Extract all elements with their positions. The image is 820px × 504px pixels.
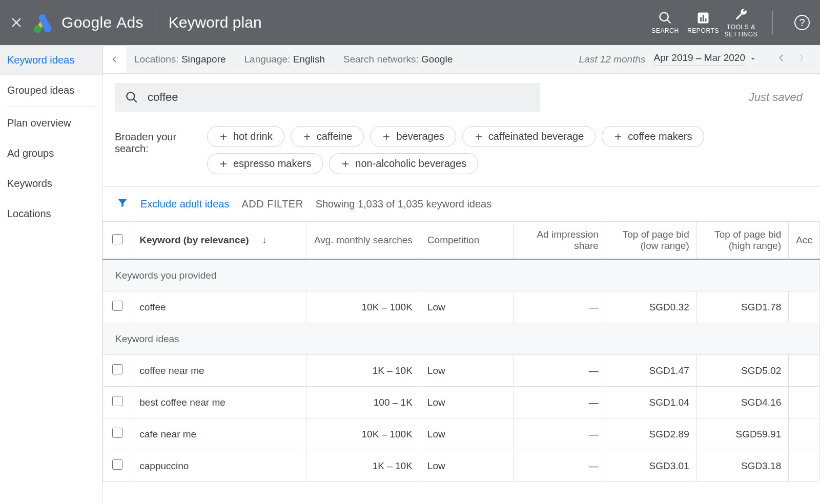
chevron-right-icon xyxy=(796,53,806,62)
plus-icon xyxy=(219,159,228,169)
sidebar-item-keywords[interactable]: Keywords xyxy=(0,169,102,199)
cell-bid-low: SGD1.04 xyxy=(606,387,696,418)
keywords-table: Keyword (by relevance)↓ Avg. monthly sea… xyxy=(102,221,820,482)
help-icon[interactable]: ? xyxy=(794,15,810,30)
sidebar-item-ad-groups[interactable]: Ad groups xyxy=(0,138,102,169)
wrench-icon xyxy=(734,7,748,22)
row-checkbox[interactable] xyxy=(112,364,122,374)
brand-suffix: Ads xyxy=(116,14,144,31)
plus-icon xyxy=(219,132,228,141)
table-header-row: Keyword (by relevance)↓ Avg. monthly sea… xyxy=(103,222,820,260)
plus-icon xyxy=(382,132,391,141)
broaden-chips: hot drinkcaffeinebeveragescaffeinated be… xyxy=(207,126,808,174)
close-icon[interactable] xyxy=(10,16,23,29)
cell-bid-low: SGD3.01 xyxy=(606,450,696,482)
brand-prefix: Google xyxy=(61,14,112,31)
cell-bid-low: SGD1.47 xyxy=(606,355,696,387)
col-bid-high[interactable]: Top of page bid (high range) xyxy=(696,222,789,260)
exclude-adult-link[interactable]: Exclude adult ideas xyxy=(140,198,229,210)
table-section-row: Keywords you provided xyxy=(103,260,820,291)
cell-competition: Low xyxy=(420,450,514,482)
cell-ad-share: — xyxy=(514,291,606,323)
plus-icon xyxy=(302,132,312,141)
cell-keyword: cappuccino xyxy=(132,450,306,482)
svg-line-10 xyxy=(133,99,137,102)
chevron-left-icon xyxy=(111,55,119,64)
table-row: cappuccino1K – 10KLow—SGD3.01SGD3.18 xyxy=(103,450,820,482)
broaden-chip[interactable]: caffeinated beverage xyxy=(462,126,596,147)
row-checkbox[interactable] xyxy=(112,428,122,438)
select-all-checkbox[interactable] xyxy=(112,234,122,244)
plus-icon xyxy=(613,132,623,141)
sidebar-item-keyword-ideas[interactable]: Keyword ideas xyxy=(0,45,102,75)
search-tool[interactable]: SEARCH xyxy=(646,11,684,34)
table-row: coffee near me1K – 10KLow—SGD1.47SGD5.02 xyxy=(103,355,820,387)
reports-tool[interactable]: REPORTS xyxy=(684,11,722,34)
filter-icon[interactable] xyxy=(117,197,128,211)
results-count: Showing 1,033 of 1,035 keyword ideas xyxy=(316,198,492,210)
table-wrap[interactable]: Keyword (by relevance)↓ Avg. monthly sea… xyxy=(102,221,820,504)
sidebar: Keyword ideas Grouped ideas Plan overvie… xyxy=(0,45,102,504)
settings-tool[interactable]: TOOLS & SETTINGS xyxy=(722,7,760,38)
col-ad-share[interactable]: Ad impression share xyxy=(514,222,606,260)
cell-ad-share: — xyxy=(514,355,606,387)
row-checkbox[interactable] xyxy=(112,396,122,406)
svg-rect-6 xyxy=(700,17,702,22)
table-row: best coffee near me100 – 1KLow—SGD1.04SG… xyxy=(103,387,820,418)
language-filter[interactable]: Language: English xyxy=(244,54,325,65)
section-label: Keywords you provided xyxy=(103,260,820,291)
sidebar-item-locations[interactable]: Locations xyxy=(0,199,102,229)
locations-filter[interactable]: Locations: Singapore xyxy=(134,54,226,65)
search-row: coffee Just saved xyxy=(102,74,820,121)
settings-tool-label: TOOLS & SETTINGS xyxy=(722,24,760,38)
cell-competition: Low xyxy=(420,387,514,418)
chip-label: beverages xyxy=(396,131,444,142)
back-button[interactable] xyxy=(102,45,127,74)
brand-text: Google Ads xyxy=(61,14,144,31)
chip-label: caffeinated beverage xyxy=(488,131,584,142)
filter-bar: Locations: Singapore Language: English S… xyxy=(102,45,820,74)
add-filter-button[interactable]: ADD FILTER xyxy=(241,198,303,210)
cell-ad-share: — xyxy=(514,418,606,450)
section-label: Keyword ideas xyxy=(103,323,820,355)
broaden-chip[interactable]: espresso makers xyxy=(207,153,323,174)
search-term: coffee xyxy=(148,91,178,104)
chip-label: espresso makers xyxy=(233,158,311,170)
keyword-search-input[interactable]: coffee xyxy=(115,83,540,112)
date-range-dropdown[interactable] xyxy=(749,54,756,65)
date-prev[interactable] xyxy=(777,53,786,65)
col-bid-low[interactable]: Top of page bid (low range) xyxy=(606,222,696,260)
broaden-chip[interactable]: beverages xyxy=(370,126,456,147)
cell-avg: 1K – 10K xyxy=(306,450,420,482)
sidebar-item-plan-overview[interactable]: Plan overview xyxy=(0,108,102,138)
reports-icon xyxy=(696,11,710,25)
header-divider xyxy=(156,11,156,34)
broaden-chip[interactable]: caffeine xyxy=(291,126,364,147)
col-cutoff[interactable]: Acc xyxy=(789,222,820,260)
cell-bid-low: SGD2.89 xyxy=(606,418,696,450)
table-row: cafe near me10K – 100KLow—SGD2.89SGD59.9… xyxy=(103,418,820,450)
sidebar-item-grouped-ideas[interactable]: Grouped ideas xyxy=(0,75,102,106)
broaden-chip[interactable]: hot drink xyxy=(207,126,284,147)
google-ads-logo xyxy=(32,11,54,34)
row-checkbox[interactable] xyxy=(112,301,122,311)
main-content: Locations: Singapore Language: English S… xyxy=(102,45,820,504)
chip-label: caffeine xyxy=(317,131,353,142)
row-checkbox[interactable] xyxy=(112,459,122,470)
chip-label: hot drink xyxy=(233,131,273,142)
col-avg[interactable]: Avg. monthly searches xyxy=(306,222,420,260)
broaden-chip[interactable]: coffee makers xyxy=(602,126,704,147)
cell-bid-high: SGD4.16 xyxy=(696,387,789,418)
svg-line-4 xyxy=(667,20,671,24)
networks-filter[interactable]: Search networks: Google xyxy=(343,54,453,65)
cell-competition: Low xyxy=(420,291,514,323)
svg-point-2 xyxy=(34,26,42,33)
col-competition[interactable]: Competition xyxy=(420,222,514,260)
plus-icon xyxy=(474,132,483,141)
date-next[interactable] xyxy=(796,53,806,65)
cell-bid-high: SGD59.91 xyxy=(696,418,789,450)
broaden-chip[interactable]: non-alcoholic beverages xyxy=(329,153,478,174)
header-divider xyxy=(772,11,773,34)
col-keyword[interactable]: Keyword (by relevance)↓ xyxy=(132,222,306,260)
date-range[interactable]: Apr 2019 – Mar 2020 xyxy=(653,52,745,66)
